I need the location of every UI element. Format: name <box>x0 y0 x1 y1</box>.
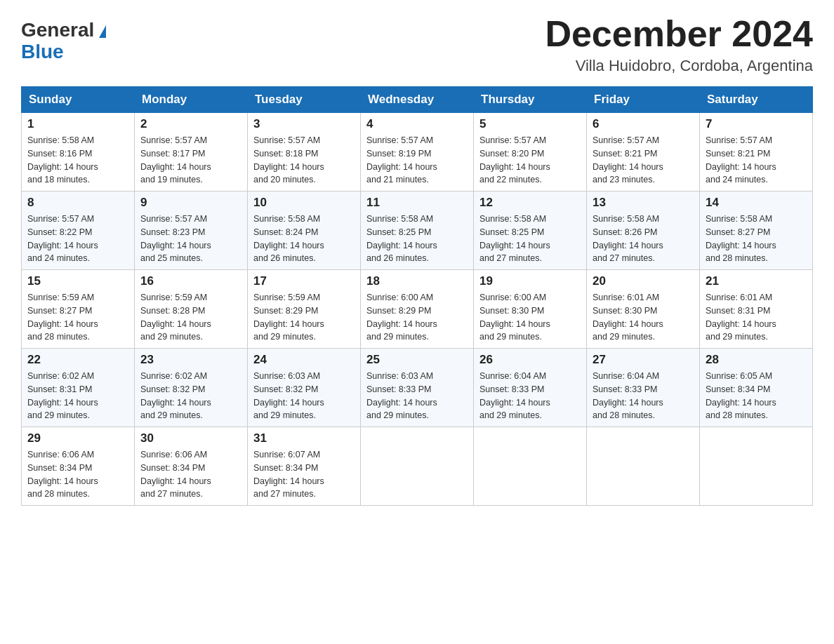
day-number: 13 <box>593 196 694 210</box>
table-row: 11 Sunrise: 5:58 AM Sunset: 8:25 PM Dayl… <box>361 192 474 270</box>
table-row: 30 Sunrise: 6:06 AM Sunset: 8:34 PM Dayl… <box>135 427 248 506</box>
table-row <box>474 427 587 506</box>
day-info: Sunrise: 5:58 AM Sunset: 8:25 PM Dayligh… <box>479 213 581 265</box>
day-info: Sunrise: 5:58 AM Sunset: 8:26 PM Dayligh… <box>593 213 694 265</box>
day-info: Sunrise: 5:57 AM Sunset: 8:18 PM Dayligh… <box>253 134 355 187</box>
day-number: 8 <box>27 196 128 210</box>
day-number: 25 <box>366 353 468 367</box>
header: General Blue December 2024 Villa Huidobr… <box>21 14 813 75</box>
table-row: 19 Sunrise: 6:00 AM Sunset: 8:30 PM Dayl… <box>474 270 587 349</box>
calendar-week-4: 22 Sunrise: 6:02 AM Sunset: 8:31 PM Dayl… <box>22 349 813 427</box>
logo-blue-text: Blue <box>21 41 64 62</box>
calendar-table: Sunday Monday Tuesday Wednesday Thursday… <box>21 86 813 506</box>
header-friday: Friday <box>587 87 700 113</box>
day-info: Sunrise: 6:01 AM Sunset: 8:30 PM Dayligh… <box>593 291 694 344</box>
month-title: December 2024 <box>545 14 813 54</box>
header-saturday: Saturday <box>700 87 813 113</box>
day-info: Sunrise: 6:07 AM Sunset: 8:34 PM Dayligh… <box>253 448 355 501</box>
day-info: Sunrise: 6:02 AM Sunset: 8:31 PM Dayligh… <box>27 370 128 422</box>
day-info: Sunrise: 5:57 AM Sunset: 8:23 PM Dayligh… <box>140 213 241 265</box>
day-number: 9 <box>140 196 241 210</box>
day-number: 11 <box>366 196 468 210</box>
table-row: 9 Sunrise: 5:57 AM Sunset: 8:23 PM Dayli… <box>135 192 248 270</box>
day-number: 10 <box>253 196 355 210</box>
table-row: 24 Sunrise: 6:03 AM Sunset: 8:32 PM Dayl… <box>248 349 361 427</box>
day-info: Sunrise: 5:59 AM Sunset: 8:29 PM Dayligh… <box>253 291 355 344</box>
day-number: 21 <box>706 274 807 288</box>
header-sunday: Sunday <box>22 87 135 113</box>
table-row: 29 Sunrise: 6:06 AM Sunset: 8:34 PM Dayl… <box>22 427 135 506</box>
table-row: 1 Sunrise: 5:58 AM Sunset: 8:16 PM Dayli… <box>22 113 135 192</box>
table-row: 7 Sunrise: 5:57 AM Sunset: 8:21 PM Dayli… <box>700 113 813 192</box>
day-info: Sunrise: 5:58 AM Sunset: 8:25 PM Dayligh… <box>366 213 468 265</box>
calendar-week-5: 29 Sunrise: 6:06 AM Sunset: 8:34 PM Dayl… <box>22 427 813 506</box>
day-number: 18 <box>366 274 468 288</box>
table-row: 3 Sunrise: 5:57 AM Sunset: 8:18 PM Dayli… <box>248 113 361 192</box>
day-info: Sunrise: 6:00 AM Sunset: 8:29 PM Dayligh… <box>366 291 468 344</box>
table-row: 10 Sunrise: 5:58 AM Sunset: 8:24 PM Dayl… <box>248 192 361 270</box>
table-row: 31 Sunrise: 6:07 AM Sunset: 8:34 PM Dayl… <box>248 427 361 506</box>
calendar-week-1: 1 Sunrise: 5:58 AM Sunset: 8:16 PM Dayli… <box>22 113 813 192</box>
day-number: 5 <box>479 117 581 131</box>
day-info: Sunrise: 5:57 AM Sunset: 8:17 PM Dayligh… <box>140 134 241 187</box>
table-row <box>587 427 700 506</box>
header-wednesday: Wednesday <box>361 87 474 113</box>
day-info: Sunrise: 6:04 AM Sunset: 8:33 PM Dayligh… <box>479 370 581 422</box>
day-number: 29 <box>27 431 128 445</box>
table-row <box>361 427 474 506</box>
table-row: 6 Sunrise: 5:57 AM Sunset: 8:21 PM Dayli… <box>587 113 700 192</box>
day-info: Sunrise: 6:06 AM Sunset: 8:34 PM Dayligh… <box>27 448 128 501</box>
day-number: 28 <box>706 353 807 367</box>
table-row: 14 Sunrise: 5:58 AM Sunset: 8:27 PM Dayl… <box>700 192 813 270</box>
table-row: 22 Sunrise: 6:02 AM Sunset: 8:31 PM Dayl… <box>22 349 135 427</box>
table-row: 5 Sunrise: 5:57 AM Sunset: 8:20 PM Dayli… <box>474 113 587 192</box>
day-info: Sunrise: 6:02 AM Sunset: 8:32 PM Dayligh… <box>140 370 241 422</box>
table-row: 8 Sunrise: 5:57 AM Sunset: 8:22 PM Dayli… <box>22 192 135 270</box>
table-row: 18 Sunrise: 6:00 AM Sunset: 8:29 PM Dayl… <box>361 270 474 349</box>
day-number: 7 <box>706 117 807 131</box>
table-row: 12 Sunrise: 5:58 AM Sunset: 8:25 PM Dayl… <box>474 192 587 270</box>
table-row: 16 Sunrise: 5:59 AM Sunset: 8:28 PM Dayl… <box>135 270 248 349</box>
day-info: Sunrise: 5:59 AM Sunset: 8:27 PM Dayligh… <box>27 291 128 344</box>
day-number: 14 <box>706 196 807 210</box>
table-row: 25 Sunrise: 6:03 AM Sunset: 8:33 PM Dayl… <box>361 349 474 427</box>
day-number: 6 <box>593 117 694 131</box>
table-row: 27 Sunrise: 6:04 AM Sunset: 8:33 PM Dayl… <box>587 349 700 427</box>
day-info: Sunrise: 5:59 AM Sunset: 8:28 PM Dayligh… <box>140 291 241 344</box>
days-header-row: Sunday Monday Tuesday Wednesday Thursday… <box>22 87 813 113</box>
logo: General Blue <box>21 20 106 63</box>
table-row: 13 Sunrise: 5:58 AM Sunset: 8:26 PM Dayl… <box>587 192 700 270</box>
table-row: 4 Sunrise: 5:57 AM Sunset: 8:19 PM Dayli… <box>361 113 474 192</box>
day-number: 30 <box>140 431 241 445</box>
day-info: Sunrise: 6:03 AM Sunset: 8:33 PM Dayligh… <box>366 370 468 422</box>
table-row: 17 Sunrise: 5:59 AM Sunset: 8:29 PM Dayl… <box>248 270 361 349</box>
day-number: 19 <box>479 274 581 288</box>
location-title: Villa Huidobro, Cordoba, Argentina <box>545 57 813 75</box>
table-row <box>700 427 813 506</box>
day-info: Sunrise: 5:57 AM Sunset: 8:19 PM Dayligh… <box>366 134 468 187</box>
table-row: 26 Sunrise: 6:04 AM Sunset: 8:33 PM Dayl… <box>474 349 587 427</box>
day-number: 23 <box>140 353 241 367</box>
day-number: 16 <box>140 274 241 288</box>
day-info: Sunrise: 5:57 AM Sunset: 8:20 PM Dayligh… <box>479 134 581 187</box>
day-info: Sunrise: 5:57 AM Sunset: 8:22 PM Dayligh… <box>27 213 128 265</box>
day-number: 2 <box>140 117 241 131</box>
day-number: 1 <box>27 117 128 131</box>
title-area: December 2024 Villa Huidobro, Cordoba, A… <box>545 14 813 75</box>
calendar-week-3: 15 Sunrise: 5:59 AM Sunset: 8:27 PM Dayl… <box>22 270 813 349</box>
day-info: Sunrise: 5:58 AM Sunset: 8:16 PM Dayligh… <box>27 134 128 187</box>
table-row: 2 Sunrise: 5:57 AM Sunset: 8:17 PM Dayli… <box>135 113 248 192</box>
header-thursday: Thursday <box>474 87 587 113</box>
day-info: Sunrise: 6:05 AM Sunset: 8:34 PM Dayligh… <box>706 370 807 422</box>
day-number: 4 <box>366 117 468 131</box>
table-row: 28 Sunrise: 6:05 AM Sunset: 8:34 PM Dayl… <box>700 349 813 427</box>
day-info: Sunrise: 6:04 AM Sunset: 8:33 PM Dayligh… <box>593 370 694 422</box>
day-info: Sunrise: 5:57 AM Sunset: 8:21 PM Dayligh… <box>593 134 694 187</box>
table-row: 20 Sunrise: 6:01 AM Sunset: 8:30 PM Dayl… <box>587 270 700 349</box>
day-number: 20 <box>593 274 694 288</box>
table-row: 23 Sunrise: 6:02 AM Sunset: 8:32 PM Dayl… <box>135 349 248 427</box>
day-info: Sunrise: 5:57 AM Sunset: 8:21 PM Dayligh… <box>706 134 807 187</box>
day-number: 22 <box>27 353 128 367</box>
table-row: 15 Sunrise: 5:59 AM Sunset: 8:27 PM Dayl… <box>22 270 135 349</box>
day-info: Sunrise: 6:00 AM Sunset: 8:30 PM Dayligh… <box>479 291 581 344</box>
